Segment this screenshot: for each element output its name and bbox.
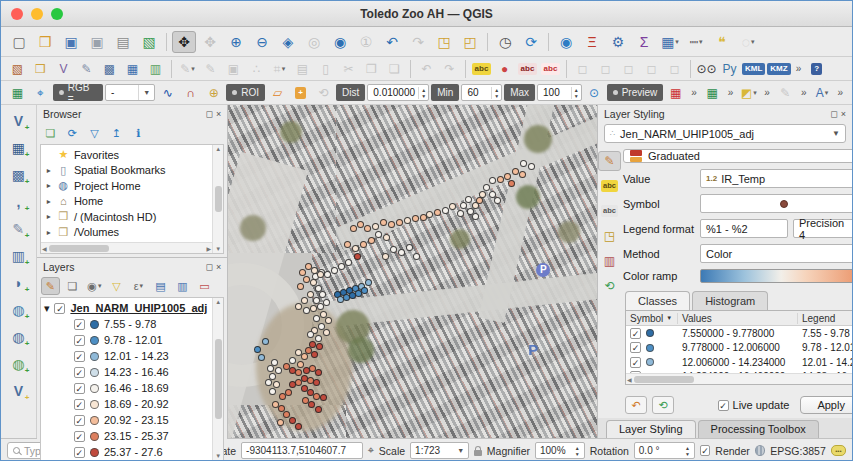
symbol-button[interactable] <box>700 194 852 213</box>
class-checkbox[interactable]: ✓ <box>74 319 85 330</box>
class-checkbox[interactable]: ✓ <box>74 399 85 410</box>
styling-float-button[interactable]: ◻ <box>830 109 837 119</box>
map-canvas[interactable]: P P <box>228 105 597 438</box>
attribute-table-toolbar-button[interactable]: ▦ <box>702 83 723 103</box>
add-postgis-button[interactable]: ◗+ <box>5 271 31 295</box>
toolbar-overflow-button[interactable]: » <box>834 87 846 98</box>
view-3d-tab[interactable]: ◳ <box>598 226 621 246</box>
temporal-controller-button[interactable]: ◷ <box>493 31 517 53</box>
class-checkbox[interactable]: ✓ <box>74 447 85 458</box>
row-checkbox[interactable]: ✓ <box>630 357 641 368</box>
zoom-out-button[interactable]: ⊖ <box>250 31 274 53</box>
browser-item-project-home[interactable]: ▸◍Project Home <box>41 178 223 194</box>
label-toolbar-button[interactable]: A▾ <box>811 83 832 103</box>
layers-float-button[interactable]: ◻ <box>205 262 212 272</box>
tab-processing-toolbox[interactable]: Processing Toolbox <box>698 420 819 438</box>
scp-max-spin[interactable]: 100▲▼ <box>537 84 582 101</box>
help-button[interactable]: ? <box>806 59 827 79</box>
layer-labeling-button[interactable]: abc <box>471 59 492 79</box>
save-project-as-button[interactable]: ▣ <box>85 31 109 53</box>
browser-float-button[interactable]: ◻ <box>205 109 212 119</box>
precision-spinner[interactable]: Precision 4▲▼ <box>793 219 852 238</box>
toolbar-overflow-button[interactable]: » <box>688 87 700 98</box>
map-tips-button[interactable]: ❝ <box>710 31 734 53</box>
masks-tab[interactable]: abc <box>598 201 621 221</box>
classes-table-row[interactable]: ✓12.006000 - 14.23400012.01 - 14.23 <box>626 355 852 370</box>
classes-table-row[interactable]: ✓7.550000 - 9.7780007.55 - 9.78 <box>626 326 852 341</box>
new-virtual-layer-button[interactable]: ▥ <box>145 59 166 79</box>
scp-dist-spin[interactable]: 0.010000▲▼ <box>367 84 429 101</box>
layers-close-button[interactable]: × <box>216 262 221 272</box>
scp-scatter-plot-button[interactable]: ∩ <box>180 83 201 103</box>
class-checkbox[interactable]: ✓ <box>74 367 85 378</box>
toolbar-overflow-button[interactable]: » <box>798 87 810 98</box>
layer-class-row[interactable]: ✓16.46 - 18.69 <box>44 380 223 396</box>
toolbar-overflow-button[interactable]: » <box>793 63 805 74</box>
add-mesh-layer-button[interactable]: ▩+ <box>5 163 31 187</box>
filter-expression-button[interactable]: ε▾ <box>129 277 148 295</box>
diagrams-tab[interactable]: ▥ <box>598 251 621 271</box>
new-geopackage-button[interactable]: ❒ <box>30 59 51 79</box>
epsg-code[interactable]: EPSG:3857 <box>770 445 825 457</box>
new-shapefile-dock-button[interactable]: V+ <box>5 379 31 403</box>
history-tab[interactable]: ⟲ <box>598 276 621 296</box>
styling-close-button[interactable]: × <box>841 109 846 119</box>
new-report-button[interactable]: ▧ <box>137 31 161 53</box>
new-bookmark-button[interactable]: ◳ <box>432 31 456 53</box>
add-delimited-text-button[interactable]: ,+ <box>5 190 31 214</box>
browser-vertical-scrollbar[interactable]: ▲▼ <box>212 145 223 253</box>
classes-table-row[interactable]: ✓9.778000 - 12.0060009.78 - 12.01 <box>626 341 852 356</box>
add-wms-button[interactable]: ◍+ <box>5 298 31 322</box>
layout-manager-button[interactable]: ▤ <box>111 31 135 53</box>
symbology-undo-button[interactable]: ↶ <box>625 396 647 414</box>
add-raster-layer-button[interactable]: ▦+ <box>5 136 31 160</box>
browser-close-button[interactable]: × <box>216 109 221 119</box>
value-field[interactable]: 1.2 IR_Temp <box>700 169 852 188</box>
add-spatialite-button[interactable]: ✎+ <box>5 217 31 241</box>
scp-bandset-button[interactable]: ▦ <box>7 83 28 103</box>
select-features-toolbar-button[interactable]: ◩▾ <box>738 83 759 103</box>
layer-class-row[interactable]: ✓14.23 - 16.46 <box>44 364 223 380</box>
scp-add-roi-button[interactable]: + <box>290 83 311 103</box>
browser-refresh-button[interactable]: ⟳ <box>63 124 82 142</box>
new-project-button[interactable]: ▢ <box>7 31 31 53</box>
collapse-all-button[interactable]: ▥ <box>173 277 192 295</box>
add-wcs-button[interactable]: ◍+ <box>5 325 31 349</box>
legend-format-input[interactable]: %1 - %2 <box>700 219 788 238</box>
open-project-button[interactable]: ❒ <box>33 31 57 53</box>
values-column-header[interactable]: Values <box>678 313 798 324</box>
add-group-button[interactable]: ❏ <box>63 277 82 295</box>
scp-rgb-combo[interactable]: -▼ <box>105 84 155 101</box>
add-wfs-button[interactable]: ◍+ <box>5 352 31 376</box>
refresh-map-button[interactable]: ⟳ <box>519 31 543 53</box>
zoom-last-button[interactable]: ↶ <box>380 31 404 53</box>
filter-legend-button[interactable]: ▽ <box>107 277 126 295</box>
symbology-redo-button[interactable]: ⟲ <box>652 396 674 414</box>
statistical-summary-button[interactable]: Ξ <box>580 31 604 53</box>
new-shapefile-button[interactable]: V <box>53 59 74 79</box>
scp-spectral-plot-button[interactable]: ∿ <box>157 83 178 103</box>
histogram-tab[interactable]: Histogram <box>692 291 768 310</box>
layer-class-row[interactable]: ✓23.15 - 25.37 <box>44 428 223 444</box>
spinner-arrows-icon[interactable]: ▲▼ <box>685 445 690 457</box>
legend-column-header[interactable]: Legend <box>798 313 852 324</box>
scale-combo[interactable]: 1:723▼ <box>410 442 469 459</box>
classes-table-row[interactable]: ✓16.462000 - 18.69000016.46 - 18.6 <box>626 384 852 385</box>
scp-pointer-button[interactable]: ⌖ <box>30 83 51 103</box>
layer-class-row[interactable]: ✓9.78 - 12.01 <box>44 332 223 348</box>
browser-item-spatial-bookmarks[interactable]: ▸▯Spatial Bookmarks <box>41 163 223 179</box>
scp-preview-zoom-button[interactable]: ⊙ <box>584 83 605 103</box>
scp-zoom-button[interactable]: ⊕ <box>203 83 224 103</box>
live-update-checkbox[interactable]: ✓ <box>718 400 729 411</box>
processing-toolbox-button[interactable]: ⚙ <box>606 31 630 53</box>
styling-layer-combo[interactable]: ∴ Jen_NARM_UHIP1005_adj ▼ <box>604 124 846 143</box>
pan-map-button[interactable]: ✥ <box>172 31 196 53</box>
browser-horizontal-scrollbar[interactable]: ◀▶ <box>41 242 212 253</box>
coordinate-input[interactable]: -9304113.7,5104607.7 <box>241 442 363 459</box>
scp-rgb-composite-button[interactable]: ▦ <box>665 83 686 103</box>
zoom-to-layer-button[interactable]: ◉ <box>328 31 352 53</box>
scp-min-spin[interactable]: 60▲▼ <box>461 84 502 101</box>
mouse-position-toggle-icon[interactable]: ⌖ <box>368 444 374 457</box>
show-sum-button[interactable]: Σ <box>632 31 656 53</box>
manage-themes-button[interactable]: ◉▾ <box>85 277 104 295</box>
